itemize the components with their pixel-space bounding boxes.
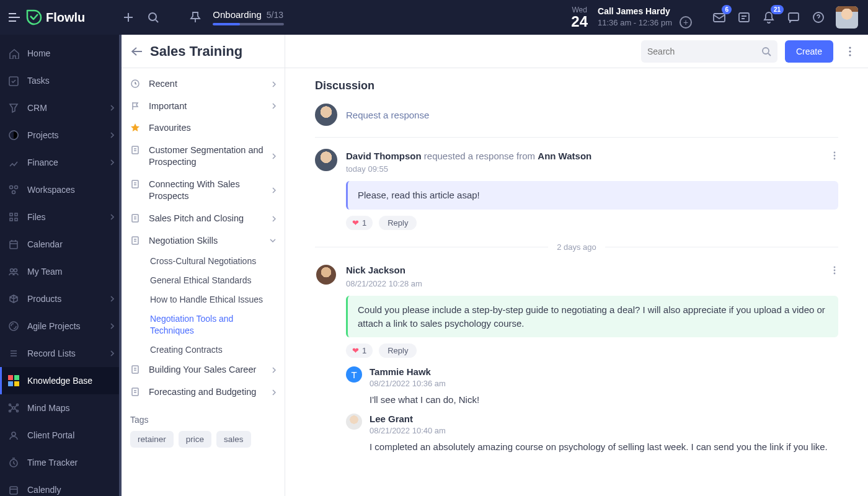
kb-sub-item[interactable]: General Ethical Standards <box>122 271 285 290</box>
chevron-right-icon <box>272 103 276 109</box>
heart-reaction[interactable]: ❤ 1 <box>346 343 373 358</box>
sidebar-item-knowledge-base[interactable]: Knowledge Base <box>0 367 122 394</box>
notes-icon[interactable] <box>733 6 755 29</box>
next-event[interactable]: Call James Hardy 11:36 am - 12:36 pm + <box>598 6 692 29</box>
tag[interactable]: retainer <box>130 431 174 448</box>
pin-icon[interactable] <box>184 6 206 29</box>
svg-point-23 <box>12 432 16 436</box>
sidebar-item-record-lists[interactable]: Record Lists <box>0 340 122 367</box>
document-icon <box>130 387 141 398</box>
help-icon[interactable] <box>807 6 830 29</box>
sidebar-item-label: Tasks <box>27 76 114 86</box>
comment-more-icon[interactable] <box>831 149 838 162</box>
comment-timestamp: 08/21/2022 10:28 am <box>346 279 838 288</box>
comment: David Thompson requested a response from… <box>315 149 838 230</box>
back-icon[interactable] <box>128 42 146 61</box>
kb-sub-item[interactable]: Negotiation Tools and Techniques <box>122 309 285 340</box>
sidebar-item-crm[interactable]: CRM <box>0 94 122 122</box>
kb-nav-item[interactable]: Building Your Sales Career <box>122 359 285 381</box>
inbox-badge: 6 <box>722 5 732 14</box>
kb-nav-item[interactable]: Negotiation Skills <box>122 230 285 252</box>
sidebar-item-agile-projects[interactable]: Agile Projects <box>0 312 122 340</box>
add-icon[interactable] <box>117 6 140 29</box>
kb-sub-item[interactable]: Creating Contracts <box>122 340 285 360</box>
search-input[interactable] <box>647 46 761 56</box>
search-icon[interactable] <box>142 6 164 29</box>
chevron-right-icon <box>110 323 114 329</box>
sidebar-item-time-tracker[interactable]: Time Tracker <box>0 449 122 476</box>
request-response-link[interactable]: Request a response <box>346 110 429 120</box>
heart-icon: ❤ <box>352 218 359 228</box>
date-widget[interactable]: Wed 24 <box>571 6 588 29</box>
svg-point-39 <box>834 158 836 160</box>
kb-sub-item[interactable]: How to Handle Ethical Issues <box>122 290 285 309</box>
sidebar-item-projects[interactable]: Projects <box>0 122 122 149</box>
kb-nav-item[interactable]: Recent <box>122 73 285 95</box>
reply-author: Lee Grant <box>370 414 838 424</box>
heart-reaction[interactable]: ❤ 1 <box>346 216 373 230</box>
svg-point-37 <box>834 152 836 154</box>
sidebar-item-home[interactable]: Home <box>0 40 122 67</box>
kb-nav-item[interactable]: Forecasting and Budgeting <box>122 381 285 404</box>
create-button[interactable]: Create <box>785 40 833 63</box>
heart-icon: ❤ <box>352 346 359 355</box>
user-avatar[interactable] <box>836 6 858 29</box>
sidebar-scrollbar[interactable] <box>119 35 122 496</box>
kb-nav-item[interactable]: Favourites <box>122 117 285 140</box>
add-event-icon[interactable]: + <box>680 16 692 29</box>
svg-point-40 <box>834 266 836 268</box>
chevron-right-icon <box>110 350 114 356</box>
sidebar-item-label: Finance <box>27 157 103 167</box>
comment-more-icon[interactable] <box>831 264 838 277</box>
tag-row: retainerpricesales <box>122 431 285 458</box>
kb-nav-item[interactable]: Sales Pitch and Closing <box>122 208 285 230</box>
inbox-icon[interactable]: 6 <box>708 6 730 29</box>
brand-logo[interactable]: Flowlu <box>26 9 85 25</box>
sidebar-item-files[interactable]: Files <box>0 203 122 231</box>
tag[interactable]: price <box>179 431 211 448</box>
kb-nav-item[interactable]: Connecting With Sales Prospects <box>122 174 285 208</box>
sidebar-item-tasks[interactable]: Tasks <box>0 67 122 94</box>
search-icon[interactable] <box>761 46 771 56</box>
sidebar-item-finance[interactable]: Finance <box>0 149 122 176</box>
avatar[interactable] <box>315 264 337 286</box>
chevron-right-icon <box>110 214 114 220</box>
onboarding-count: 5/13 <box>267 10 283 20</box>
search-box[interactable] <box>641 40 777 63</box>
sidebar-item-my-team[interactable]: My Team <box>0 258 122 285</box>
kb-title: Sales Training <box>150 43 242 60</box>
chat-icon[interactable] <box>782 6 805 29</box>
chevron-right-icon <box>272 81 276 87</box>
sidebar-item-label: Projects <box>27 130 103 140</box>
reply-button[interactable]: Reply <box>379 343 417 358</box>
avatar[interactable] <box>315 104 337 126</box>
reply-text: I'll see what I can do, Nick! <box>370 394 838 405</box>
avatar[interactable] <box>346 414 362 430</box>
svg-rect-14 <box>10 241 17 249</box>
sidebar-item-calendly[interactable]: Calendly <box>0 476 122 496</box>
comment-header: Nick Jackson <box>346 265 405 275</box>
sidebar-item-label: CRM <box>27 103 103 113</box>
sidebar-item-calendar[interactable]: Calendar <box>0 231 122 258</box>
brand-name: Flowlu <box>46 11 85 25</box>
sidebar-item-client-portal[interactable]: Client Portal <box>0 422 122 449</box>
more-icon[interactable] <box>841 42 859 61</box>
avatar[interactable]: T <box>346 366 362 383</box>
menu-toggle-icon[interactable] <box>5 8 24 27</box>
chevron-right-icon <box>272 187 276 193</box>
sidebar-item-products[interactable]: Products <box>0 285 122 312</box>
sidebar-item-label: Time Tracker <box>27 458 114 467</box>
tag[interactable]: sales <box>216 431 251 448</box>
sidebar-item-workspaces[interactable]: Workspaces <box>0 176 122 203</box>
reply-button[interactable]: Reply <box>379 216 417 230</box>
kb-nav-item[interactable]: Customer Segmentation and Prospecting <box>122 140 285 174</box>
onboarding-widget[interactable]: Onboarding 5/13 <box>213 9 284 25</box>
kb-sub-item[interactable]: Cross-Cultural Negotiations <box>122 252 285 271</box>
svg-point-38 <box>834 155 836 157</box>
svg-rect-10 <box>10 213 12 216</box>
bell-icon[interactable]: 21 <box>758 6 780 29</box>
avatar[interactable] <box>315 149 337 171</box>
flag-icon <box>130 101 141 112</box>
kb-nav-item[interactable]: Important <box>122 95 285 118</box>
sidebar-item-mind-maps[interactable]: Mind Maps <box>0 394 122 422</box>
